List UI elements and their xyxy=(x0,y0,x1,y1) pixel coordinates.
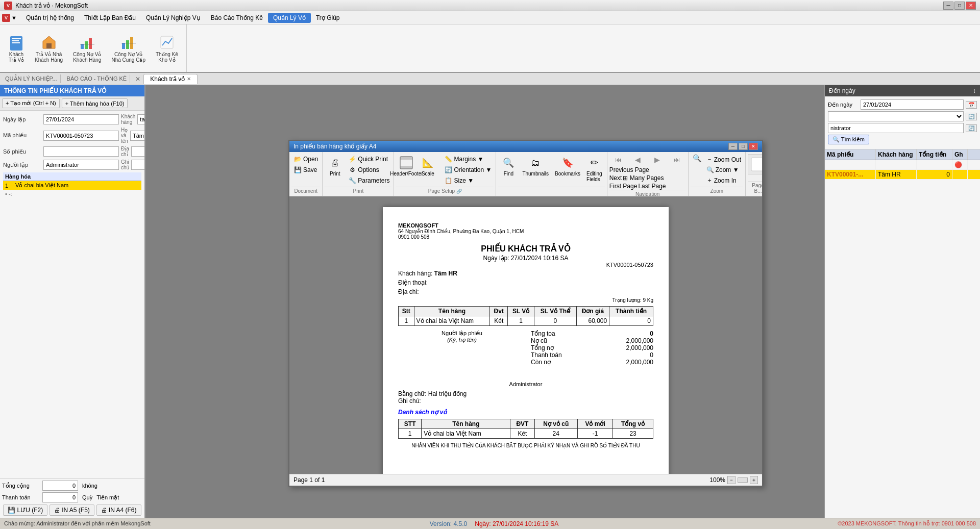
thanh-toan-value[interactable] xyxy=(42,492,78,502)
ho-va-ten-input[interactable] xyxy=(130,131,144,141)
ribbon-btn-khach-tra-vo[interactable]: KháchTrả Vỏ xyxy=(4,32,29,65)
open-icon: 📂 xyxy=(293,155,302,163)
khong-label: không xyxy=(82,483,97,489)
tong-cong-row: Tổng cộng không xyxy=(2,481,142,491)
doc-notice: NHÂN VIÊN KHI THU TIỀN CỦA KHÁCH BẮT BUỘ… xyxy=(398,443,653,448)
pw-page-setup-content: Header/Footer 📐 Scale 📏 Margins ▼ xyxy=(396,154,494,187)
last-page-btn[interactable]: ⏭ xyxy=(668,154,686,165)
svg-rect-17 xyxy=(751,158,762,171)
rp-table-row-0[interactable]: 🔴 xyxy=(825,160,980,170)
th-don-gia: Đơn giá xyxy=(576,307,609,316)
tab-khach-tra-vo[interactable]: Khách trả vỏ ✕ xyxy=(143,74,198,84)
doc-signer-section: Người lập phiếu (Ký, họ tên) xyxy=(398,330,526,366)
new-btn[interactable]: + Tạo mới (Ctrl + N) xyxy=(2,98,60,108)
print-a5-btn[interactable]: 🖨 IN A5 (F5) xyxy=(50,505,94,516)
options-btn[interactable]: ⚙ Options xyxy=(346,165,391,175)
print-a4-btn[interactable]: 🖨 IN A4 (F6) xyxy=(96,505,141,516)
zoom-combo-btn[interactable]: 🔍 Zoom ▼ xyxy=(704,165,743,174)
hang-hoa-row-1[interactable]: 1 Vỏ chai bia Việt Nam xyxy=(3,181,141,190)
minimize-btn[interactable]: ─ xyxy=(943,2,953,10)
menu-thiet-lap[interactable]: Thiết Lập Ban Đầu xyxy=(79,13,141,23)
menu-quan-tri[interactable]: Quản trị hệ thống xyxy=(21,13,79,23)
menu-quan-ly-vo[interactable]: Quản Lý Vỏ xyxy=(268,13,311,23)
svg-rect-6 xyxy=(85,41,88,49)
rp-table-row-1[interactable]: KTV00001-... Tâm HR 0 xyxy=(825,170,980,180)
ma-phieu-input[interactable] xyxy=(43,131,119,141)
khach-hang-input[interactable] xyxy=(137,114,144,124)
pw-close-btn[interactable]: ✕ xyxy=(749,143,758,150)
rp-nguoi-dung-input[interactable] xyxy=(828,123,964,133)
editing-fields-label: EditingFields xyxy=(586,171,602,182)
ghi-chu-input[interactable] xyxy=(131,160,144,170)
rp-den-ngay-input[interactable] xyxy=(861,99,964,110)
size-btn[interactable]: 📋 Size ▼ xyxy=(442,175,494,186)
scale-btn[interactable]: 📐 Scale xyxy=(418,154,438,178)
row-num-1: 1 xyxy=(5,183,15,189)
tab-close-btn[interactable]: ✕ xyxy=(187,76,191,82)
editing-fields-btn[interactable]: ✏ EditingFields xyxy=(584,154,605,184)
nguoi-lap-input[interactable] xyxy=(43,160,119,170)
zoom-minus-btn[interactable]: － xyxy=(727,476,736,484)
find-btn[interactable]: 🔍 Find xyxy=(498,154,519,178)
app-icon-menu: V xyxy=(2,14,10,22)
close-app-btn[interactable]: ✕ xyxy=(966,2,976,10)
pw-restore-btn[interactable]: □ xyxy=(739,143,748,150)
editing-fields-icon: ✏ xyxy=(587,156,601,170)
zoom-out-icon: － xyxy=(706,155,713,164)
doc-dien-thoai: Điện thoại: xyxy=(398,279,653,286)
print-a5-label: IN A5 (F5) xyxy=(62,507,90,514)
tab-close-x[interactable]: ✕ xyxy=(135,75,140,83)
rp-search-btn[interactable]: 🔍 Tìm kiếm xyxy=(828,135,869,144)
menu-tro-giup[interactable]: Trợ Giúp xyxy=(311,13,345,23)
zoom-in-btn[interactable]: ＋ Zoom In xyxy=(704,175,743,186)
save-btn[interactable]: 💾 Save xyxy=(291,165,320,175)
next-page-large-btn[interactable]: ▶ xyxy=(648,154,667,165)
add-product-btn[interactable]: + Thêm hàng hóa (F10) xyxy=(62,98,128,108)
tra-vo-nha-icon xyxy=(41,34,57,51)
rp-den-ngay-row: Đến ngày 📅 xyxy=(828,99,977,110)
so-phieu-input[interactable] xyxy=(43,146,119,157)
thumbnails-btn[interactable]: 🗂 Thumbnails xyxy=(520,154,551,178)
title-bar-title: Khách trả vỏ · MekongSoft xyxy=(15,2,88,9)
print-large-btn[interactable]: 🖨 Print xyxy=(325,154,345,178)
pw-minimize-btn[interactable]: ─ xyxy=(728,143,738,150)
svg-rect-8 xyxy=(80,44,94,44)
open-btn[interactable]: 📂 Open xyxy=(291,154,320,164)
menu-bao-cao[interactable]: Báo Cáo Thống Kê xyxy=(206,13,268,23)
td-stt-1: 1 xyxy=(399,316,414,326)
tong-cong-value[interactable] xyxy=(42,481,78,491)
menu-quan-ly-nghiep[interactable]: Quản Lý Nghiệp Vụ xyxy=(141,13,206,23)
prev-page-large-btn[interactable]: ◀ xyxy=(629,154,647,165)
save-icon: 💾 xyxy=(293,166,302,174)
zoom-btn-group: － Zoom Out 🔍 Zoom ▼ ＋ Zoom In xyxy=(704,154,743,186)
rp-combo1[interactable] xyxy=(828,111,964,121)
rp-combo-row: 🔄 xyxy=(828,111,977,121)
rp-refresh2-btn[interactable]: 🔄 xyxy=(966,124,977,132)
many-pages-btn[interactable]: ⊞ Many Pages xyxy=(623,174,664,182)
add-row-btn[interactable]: • -: xyxy=(3,190,141,198)
dia-chi-input[interactable] xyxy=(131,146,144,157)
margins-btn[interactable]: 📏 Margins ▼ xyxy=(442,154,494,164)
restore-btn[interactable]: □ xyxy=(954,2,965,10)
dropdown-arrow[interactable]: ▼ xyxy=(11,15,17,21)
header-footer-btn[interactable]: Header/Footer xyxy=(396,154,416,178)
orientation-btn[interactable]: 🔄 Orientation ▼ xyxy=(442,165,494,175)
zoom-plus-btn[interactable]: ＋ xyxy=(750,476,758,484)
rp-calendar-btn[interactable]: 📅 xyxy=(966,101,977,109)
save-f2-btn[interactable]: 💾 LƯU (F2) xyxy=(3,505,47,516)
ngay-lap-input[interactable] xyxy=(43,114,119,124)
ribbon-btn-cong-no-kh[interactable]: Công Nợ VỏKhách Hàng xyxy=(69,32,105,65)
parameters-btn[interactable]: 🔧 Parameters xyxy=(346,175,391,186)
ribbon-btn-tra-vo-nha[interactable]: Trả Vỏ NhàKhách Hàng xyxy=(31,32,67,65)
rp-refresh-btn[interactable]: 🔄 xyxy=(966,113,977,120)
bookmarks-btn[interactable]: 🔖 Bookmarks xyxy=(552,154,583,178)
ribbon-btn-cong-no-cc[interactable]: Công Nợ VỏNhà Cung Cấp xyxy=(107,32,150,65)
zoom-slider[interactable] xyxy=(738,477,748,483)
left-panel: THÔNG TIN PHIẾU KHÁCH TRẢ VỎ + Tạo mới (… xyxy=(0,85,145,518)
quick-print-btn[interactable]: ⚡ Quick Print xyxy=(346,154,391,164)
first-page-btn[interactable]: ⏮ xyxy=(609,154,628,165)
dia-chi-label: Địa chỉ xyxy=(121,146,129,157)
ribbon-btn-thong-ke[interactable]: Thống KêKho Vỏ xyxy=(152,32,182,65)
con-no-value: 2,000,000 xyxy=(626,359,653,366)
zoom-out-btn[interactable]: － Zoom Out xyxy=(704,154,743,165)
